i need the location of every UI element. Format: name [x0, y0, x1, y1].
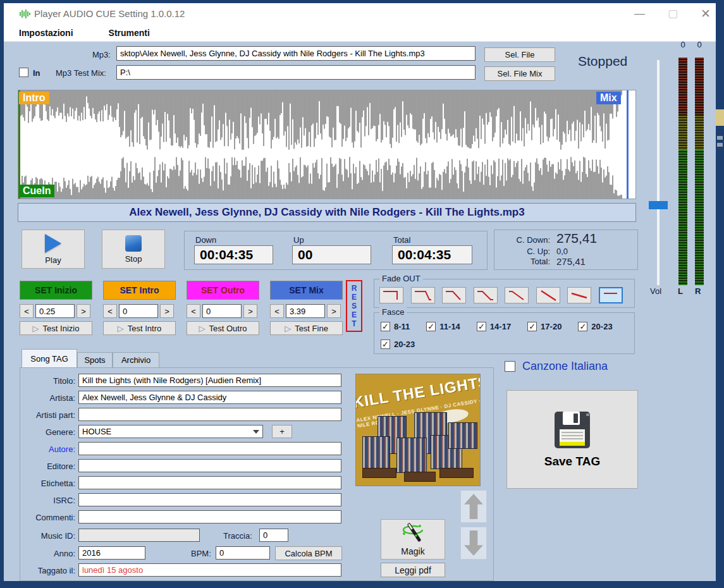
set-intro-button[interactable]: SET Intro — [103, 281, 176, 300]
fascia-11-14[interactable]: ✓11-14 — [426, 322, 460, 331]
down-label: Down — [195, 235, 216, 245]
etichetta-label: Etichetta: — [15, 479, 75, 488]
fade-shape-3-button[interactable] — [442, 287, 466, 303]
set-mix-button[interactable]: SET Mix — [270, 281, 343, 300]
mp3-test-mix-input[interactable]: P:\ — [116, 65, 476, 80]
outro-spin-down[interactable]: < — [187, 304, 200, 318]
inizio-value-input[interactable]: 0.25 — [35, 304, 75, 318]
editore-input[interactable] — [78, 459, 341, 472]
menu-strumenti[interactable]: Strumenti — [109, 28, 150, 38]
stop-button[interactable]: Stop — [102, 230, 165, 269]
move-down-button[interactable] — [460, 527, 487, 560]
titolo-input[interactable]: Kill the Lights (with Nile Rodgers) [Aud… — [78, 374, 341, 387]
move-up-button[interactable] — [460, 490, 487, 523]
test-outro-button[interactable]: ▷ Test Outro — [187, 321, 259, 335]
fade-out-label: Fade OUT — [379, 274, 423, 283]
reset-button[interactable]: R E S E T — [346, 280, 362, 332]
autore-input[interactable] — [78, 442, 341, 455]
right-peak-value: 0 — [694, 40, 704, 49]
test-inizio-button[interactable]: ▷ Test Inizio — [20, 321, 92, 335]
vu-meter-right — [695, 58, 704, 285]
maximize-button[interactable]: ▢ — [668, 7, 678, 20]
test-fine-button[interactable]: ▷ Test Fine — [270, 321, 343, 335]
volume-slider-handle[interactable] — [649, 201, 668, 209]
leggi-pdf-button[interactable]: Leggi pdf — [381, 563, 445, 577]
cuein-marker-line — [18, 90, 20, 199]
menu-impostazioni[interactable]: Impostazioni — [19, 28, 73, 38]
canzone-italiana-checkbox[interactable] — [505, 361, 515, 372]
tab-spots[interactable]: Spots — [77, 352, 113, 367]
commenti-input[interactable] — [78, 510, 341, 524]
time-up-display: 00 — [292, 245, 371, 264]
sel-file-button[interactable]: Sel. File — [484, 47, 555, 62]
fade-shape-1-button[interactable] — [379, 287, 403, 303]
waveform-display[interactable]: Intro CueIn Mix — [18, 90, 636, 199]
intro-spin-down[interactable]: < — [103, 304, 117, 318]
artisti-part-input[interactable] — [78, 408, 341, 421]
etichetta-input[interactable] — [78, 476, 341, 489]
set-outro-button[interactable]: SET Outro — [187, 281, 259, 300]
set-inizio-button[interactable]: SET Inizio — [20, 281, 92, 300]
fascia-17-20[interactable]: ✓17-20 — [527, 322, 561, 331]
mix-tag[interactable]: Mix — [596, 92, 621, 104]
minimize-button[interactable]: — — [634, 8, 645, 20]
mix-marker-line — [627, 90, 629, 199]
artista-input[interactable]: Alex Newell, Jess Glynne & DJ Cassidy — [78, 391, 341, 404]
fade-curve-icon — [569, 289, 589, 302]
outro-spin-up[interactable]: > — [243, 304, 257, 318]
time-group: Down 00:04:35 Up 00 Total 00:04:35 — [184, 231, 488, 270]
fade-shape-2-button[interactable] — [411, 287, 435, 303]
client-area: Player AUDIO CUE Setting 1.0.0.12 — ▢ ✕ … — [4, 3, 716, 581]
close-button[interactable]: ✕ — [701, 6, 711, 21]
intro-spin-up[interactable]: > — [160, 304, 174, 318]
play-button[interactable]: Play — [21, 230, 85, 269]
calcola-bpm-button[interactable]: Calcola BPM — [275, 546, 342, 560]
in-checkbox[interactable] — [19, 68, 28, 77]
traccia-input[interactable]: 0 — [259, 529, 288, 542]
edge-docked-element — [716, 109, 724, 126]
fade-shape-7-button[interactable] — [567, 287, 591, 303]
isrc-input[interactable] — [78, 493, 341, 506]
right-meter-label: R — [695, 286, 701, 296]
tab-archivio[interactable]: Archivio — [113, 352, 159, 367]
fascia-14-17[interactable]: ✓14-17 — [477, 322, 511, 331]
outro-value-input[interactable]: 0 — [202, 304, 242, 318]
fade-curve-icon — [381, 289, 402, 302]
cuein-tag[interactable]: CueIn — [19, 185, 54, 197]
intro-tag[interactable]: Intro — [19, 92, 49, 104]
mix-spin-down[interactable]: < — [270, 304, 284, 318]
fascia-8-11[interactable]: ✓8-11 — [381, 322, 410, 331]
fade-shape-6-button[interactable] — [536, 287, 560, 303]
test-play-icon: ▷ — [118, 324, 124, 333]
genere-select[interactable]: HOUSE — [78, 425, 263, 438]
cup-label: C. Up: — [500, 247, 550, 256]
magik-button[interactable]: Magik — [381, 519, 445, 560]
anno-input[interactable]: 2016 — [78, 546, 145, 560]
up-label: Up — [293, 235, 304, 245]
bpm-input[interactable]: 0 — [216, 546, 270, 560]
mix-value-input[interactable]: 3.39 — [286, 304, 325, 318]
tab-song-tag[interactable]: Song TAG — [21, 349, 77, 367]
inizio-spin-up[interactable]: > — [77, 304, 90, 318]
save-tag-button[interactable]: Save TAG — [506, 390, 638, 489]
stop-icon — [125, 235, 142, 252]
mp3-path-input[interactable]: sktop\Alex Newell, Jess Glynne, DJ Cassi… — [116, 46, 476, 61]
isrc-label: ISRC: — [15, 496, 75, 505]
test-intro-button[interactable]: ▷ Test Intro — [103, 321, 176, 335]
fascia-20-23-b[interactable]: ✓20-23 — [381, 340, 415, 349]
waveform-graph — [18, 90, 635, 199]
canzone-italiana-label: Canzone Italiana — [522, 360, 608, 373]
intro-value-input[interactable]: 0 — [119, 304, 158, 318]
mix-spin-up[interactable]: > — [327, 304, 341, 318]
fade-shape-4-button[interactable] — [474, 287, 498, 303]
fade-shape-8-button-selected[interactable] — [599, 287, 623, 303]
genere-add-button[interactable]: + — [272, 425, 292, 438]
app-waveform-icon — [19, 9, 32, 19]
inizio-spin-down[interactable]: < — [20, 304, 34, 318]
fade-shape-5-button[interactable] — [505, 287, 529, 303]
fascia-20-23[interactable]: ✓20-23 — [578, 322, 612, 331]
fade-curve-icon — [413, 289, 433, 302]
sel-file-mix-button[interactable]: Sel. File Mix — [484, 66, 555, 81]
volume-slider-track[interactable] — [657, 60, 660, 285]
taggato-il-input[interactable]: lunedì 15 agosto — [78, 563, 341, 577]
